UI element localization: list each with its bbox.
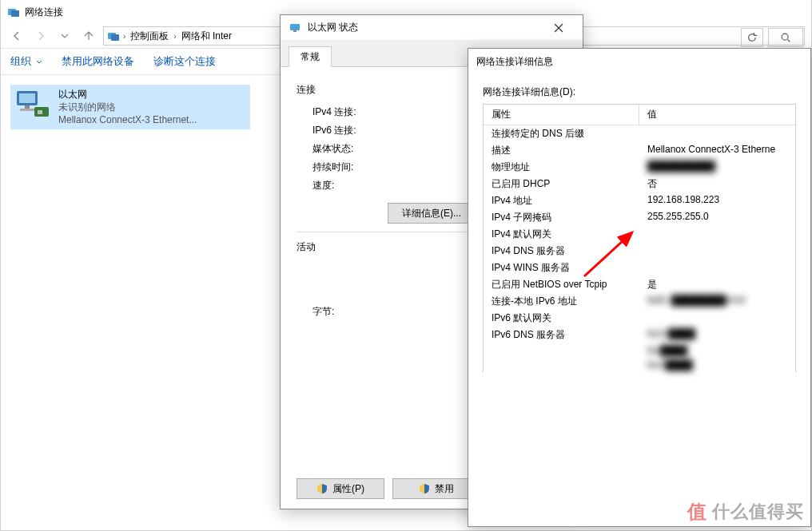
dialog-titlebar[interactable]: 网络连接详细信息 <box>468 49 810 74</box>
details-row[interactable]: IPv4 WINS 服务器 <box>484 260 795 276</box>
shield-icon <box>316 483 328 494</box>
watermark-icon: 值 <box>687 499 707 525</box>
prop-value: 192.168.198.223 <box>639 192 795 209</box>
details-row[interactable]: fec████ <box>484 343 795 358</box>
dialog-titlebar[interactable]: 以太网 状态 <box>281 15 583 41</box>
tab-general[interactable]: 常规 <box>289 46 332 67</box>
adapter-name: 以太网 <box>58 88 197 101</box>
details-header: 属性 值 <box>484 105 795 125</box>
disable-device-button[interactable]: 禁用此网络设备 <box>62 54 134 69</box>
prop-name: 物理地址 <box>484 159 639 176</box>
prop-value <box>639 226 795 243</box>
status-key: 速度: <box>312 179 416 192</box>
status-key: IPv6 连接: <box>312 124 416 137</box>
details-row[interactable]: IPv4 子网掩码255.255.255.0 <box>484 209 795 226</box>
svg-rect-9 <box>20 109 34 111</box>
dialog-title: 网络连接详细信息 <box>476 55 802 69</box>
nav-back-button[interactable] <box>7 26 26 46</box>
details-row[interactable]: IPv4 默认网关 <box>484 226 795 243</box>
svg-rect-11 <box>38 110 42 114</box>
status-key: 持续时间: <box>312 160 416 174</box>
breadcrumb-seg[interactable]: 网络和 Inter <box>180 30 233 43</box>
adapter-item[interactable]: 以太网 未识别的网络 Mellanox ConnectX-3 Ethernet.… <box>10 85 250 129</box>
prop-value <box>639 310 795 327</box>
connection-details-dialog: 网络连接详细信息 网络连接详细信息(D): 属性 值 连接特定的 DNS 后缀描… <box>468 48 811 527</box>
details-row[interactable]: 已启用 DHCP否 <box>484 176 795 192</box>
breadcrumb-seg[interactable]: 控制面板 <box>129 30 170 43</box>
prop-value: 是 <box>639 276 795 293</box>
details-label: 网络连接详细信息(D): <box>483 85 796 99</box>
details-row[interactable]: fec0████ <box>484 358 795 372</box>
prop-name: 已启用 DHCP <box>484 176 639 192</box>
nav-up-button[interactable] <box>79 26 98 46</box>
prop-name: IPv4 WINS 服务器 <box>484 260 639 276</box>
prop-name: IPv6 默认网关 <box>484 310 639 327</box>
ethernet-adapter-icon <box>14 88 52 120</box>
properties-label: 属性(P) <box>332 482 364 496</box>
prop-name <box>484 358 639 372</box>
network-folder-icon <box>7 6 20 18</box>
prop-name: 连接-本地 IPv6 地址 <box>484 293 639 310</box>
details-rows: 连接特定的 DNS 后缀描述Mellanox ConnectX-3 Ethern… <box>484 125 795 372</box>
svg-rect-3 <box>111 34 119 41</box>
prop-value: fec████ <box>639 343 795 358</box>
details-row[interactable]: IPv6 DNS 服务器fec0:████ <box>484 327 795 343</box>
diagnose-button[interactable]: 诊断这个连接 <box>153 54 216 69</box>
svg-rect-1 <box>11 10 19 17</box>
prop-value <box>639 125 795 142</box>
prop-value: 否 <box>639 176 795 192</box>
prop-name: IPv4 地址 <box>484 192 639 209</box>
details-row[interactable]: 连接特定的 DNS 后缀 <box>484 125 795 142</box>
details-row[interactable]: IPv6 默认网关 <box>484 310 795 327</box>
shield-icon <box>419 483 430 494</box>
refresh-button[interactable] <box>741 28 763 47</box>
network-folder-icon <box>107 30 120 42</box>
watermark: 值 什么值得买 <box>687 499 804 525</box>
prop-value <box>639 260 795 276</box>
nav-forward-button[interactable] <box>31 26 50 46</box>
details-row[interactable]: 连接-本地 IPv6 地址fe80::████████b%9 <box>484 293 795 310</box>
adapter-text: 以太网 未识别的网络 Mellanox ConnectX-3 Ethernet.… <box>58 88 197 126</box>
prop-name: IPv4 子网掩码 <box>484 209 639 226</box>
prop-name: 已启用 NetBIOS over Tcpip <box>484 276 639 293</box>
prop-name <box>484 343 639 358</box>
watermark-text: 什么值得买 <box>712 500 804 524</box>
details-button[interactable]: 详细信息(E)... <box>388 203 476 224</box>
details-table: 属性 值 连接特定的 DNS 后缀描述Mellanox ConnectX-3 E… <box>483 104 796 372</box>
properties-button[interactable]: 属性(P) <box>297 478 384 499</box>
details-row[interactable]: 描述Mellanox ConnectX-3 Etherne <box>484 142 795 159</box>
prop-value: fec0:████ <box>639 327 795 343</box>
breadcrumb-sep: › <box>173 32 176 41</box>
bytes-label: 字节: <box>312 305 416 319</box>
organize-menu[interactable]: 组织 <box>10 54 42 69</box>
prop-value: Mellanox ConnectX-3 Etherne <box>639 142 795 159</box>
search-box[interactable] <box>768 28 803 47</box>
breadcrumb-sep: › <box>123 32 125 41</box>
close-button[interactable] <box>543 17 575 39</box>
prop-name: 描述 <box>484 142 639 159</box>
cp-title: 网络连接 <box>25 6 63 19</box>
details-row[interactable]: 物理地址██████████ <box>484 159 795 176</box>
prop-value <box>639 243 795 260</box>
details-row[interactable]: IPv4 地址192.168.198.223 <box>484 192 795 209</box>
adapter-status: 未识别的网络 <box>58 101 197 113</box>
prop-value: ██████████ <box>639 159 795 176</box>
ethernet-icon <box>289 22 301 34</box>
svg-point-4 <box>782 34 788 40</box>
organize-label: 组织 <box>10 55 31 67</box>
col-value[interactable]: 值 <box>639 105 795 125</box>
svg-rect-7 <box>19 93 35 103</box>
prop-name: IPv4 DNS 服务器 <box>484 243 639 260</box>
prop-value: 255.255.255.0 <box>639 209 795 226</box>
adapter-device: Mellanox ConnectX-3 Ethernet... <box>58 113 197 126</box>
details-row[interactable]: 已启用 NetBIOS over Tcpip是 <box>484 276 795 293</box>
nav-recent-dropdown[interactable] <box>55 26 74 46</box>
svg-rect-14 <box>290 24 300 30</box>
prop-name: IPv6 DNS 服务器 <box>484 327 639 343</box>
col-property[interactable]: 属性 <box>484 105 639 125</box>
disable-label: 禁用 <box>435 482 454 496</box>
details-row[interactable]: IPv4 DNS 服务器 <box>484 243 795 260</box>
svg-rect-15 <box>293 30 297 32</box>
prop-value: fec0████ <box>639 358 795 372</box>
prop-value: fe80::████████b%9 <box>639 293 795 310</box>
